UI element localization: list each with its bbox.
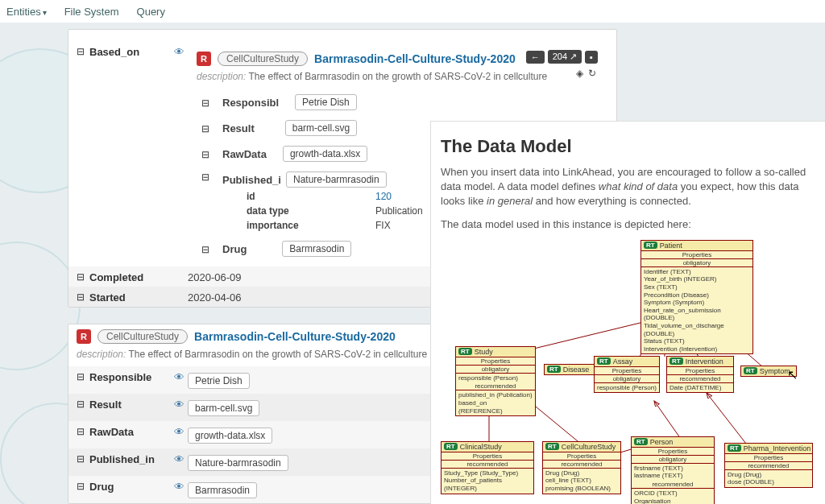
prop-published-label: Published_i	[214, 172, 281, 188]
prop-started-label: Started	[89, 290, 170, 304]
diagram-entity-clinical: RTClinicalStudy Properties recommended S…	[441, 441, 534, 494]
prop-value-chip[interactable]: barm-cell.svg	[188, 400, 259, 416]
desc-label: description:	[197, 71, 246, 82]
eye-icon[interactable]: 👁	[170, 370, 188, 383]
chip-responsible[interactable]: Petrie Dish	[295, 94, 357, 110]
entity-name-link[interactable]: Barmrasodin-Cell-Culture-Study-2020	[194, 330, 396, 343]
prop-responsible-label: Responsibl	[214, 95, 279, 110]
based-on-label: Based_on	[89, 44, 170, 58]
toggle-icon[interactable]: ⊟	[77, 370, 89, 382]
toggle-icon[interactable]: ⊟	[201, 96, 214, 109]
toggle-icon[interactable]: ⊟	[77, 44, 89, 57]
diagram-entity-person: RTPerson Properties obligatory firstname…	[631, 436, 715, 504]
prop-value-chip[interactable]: Barmrasodin	[188, 482, 257, 498]
diagram-entity-assay: RTAssay Properties obligatory responsibl…	[594, 356, 660, 394]
prop-value-chip[interactable]: Petrie Dish	[188, 373, 250, 389]
kv-id-label: id	[247, 191, 375, 202]
eye-icon[interactable]: 👁	[170, 44, 188, 58]
prop-completed-label: Completed	[89, 270, 170, 283]
prop-value-chip[interactable]: Nature-barmrasodin	[188, 455, 288, 471]
menu-file-system[interactable]: File System	[64, 6, 119, 18]
caret-down-icon: ▾	[43, 8, 47, 17]
diagram-entity-disease: RTDisease	[544, 364, 600, 375]
type-pill[interactable]: CellCultureStudy	[97, 329, 188, 344]
toggle-icon[interactable]: ⊟	[201, 242, 214, 255]
entity-name-link[interactable]: Barmrasodin-Cell-Culture-Study-2020	[314, 52, 516, 65]
diagram-entity-pharma: RTPharma_Intervention Properties recomme…	[724, 443, 813, 488]
toggle-icon[interactable]: ⊟	[77, 479, 89, 492]
prop-label: RawData	[89, 424, 170, 438]
prop-label: Drug	[89, 479, 170, 493]
chip-rawdata[interactable]: growth-data.xlsx	[283, 146, 367, 162]
toggle-icon[interactable]: ⊟	[77, 452, 89, 465]
kv-dtype-label: data type	[247, 205, 375, 217]
chip-result[interactable]: barm-cell.svg	[285, 120, 357, 136]
toggle-icon[interactable]: ⊟	[201, 122, 214, 134]
eye-icon[interactable]: 👁	[170, 397, 188, 411]
diagram-entity-intervention: RTIntervention Properties recommended Da…	[666, 356, 734, 394]
chip-published[interactable]: Nature-barmrasodin	[286, 171, 387, 188]
bookmark-icon[interactable]: ◈	[576, 68, 583, 79]
toggle-icon[interactable]: ⊟	[201, 170, 214, 183]
eye-icon[interactable]: 👁	[170, 452, 188, 465]
kv-imp-label: importance	[247, 220, 375, 231]
prop-drug-label: Drug	[214, 242, 247, 257]
kv-imp-value: FIX	[375, 220, 391, 231]
data-model-diagram: RTPatient Properties obligatory Identifi…	[441, 240, 817, 504]
kv-id-value[interactable]: 120	[375, 191, 392, 202]
diagram-entity-cellculture: RTCellCultureStudy Properties recommende…	[542, 441, 621, 494]
desc-text: The effect of Barmrasodin on the growth …	[129, 349, 428, 360]
toggle-icon[interactable]: ⊟	[77, 424, 89, 437]
record-badge: R	[197, 52, 211, 66]
back-button[interactable]: ←	[526, 51, 545, 64]
svg-line-4	[654, 401, 682, 441]
toggle-icon[interactable]: ⊟	[77, 397, 89, 410]
desc-label: description:	[77, 349, 126, 360]
link-count-button[interactable]: 204 ↗	[548, 50, 582, 64]
eye-icon[interactable]: 👁	[170, 424, 188, 438]
top-menu-bar: Entities▾ File System Query	[0, 0, 825, 23]
prop-label: Published_in	[89, 452, 170, 465]
diagram-entity-patient: RTPatient Properties obligatory Identifi…	[641, 240, 753, 355]
toggle-icon[interactable]: ⊟	[77, 270, 89, 283]
comment-button[interactable]: ▪	[585, 51, 598, 64]
menu-entities[interactable]: Entities▾	[6, 6, 47, 18]
data-model-panel: The Data Model When you insert data into…	[430, 121, 825, 504]
prop-label: Result	[89, 397, 170, 411]
kv-dtype-value: Publication	[375, 205, 423, 217]
prop-result-label: Result	[214, 121, 255, 136]
menu-query[interactable]: Query	[137, 6, 165, 18]
panel-title: The Data Model	[441, 136, 817, 157]
svg-line-2	[517, 320, 650, 353]
chip-drug[interactable]: Barmrasodin	[282, 241, 351, 257]
prop-value-chip[interactable]: growth-data.xlsx	[188, 428, 272, 444]
desc-text: The effect of Barmrasodin on the growth …	[249, 71, 548, 82]
diagram-entity-study: RTStudy Properties obligatory responsibl…	[455, 346, 536, 416]
type-pill[interactable]: CellCultureStudy	[218, 52, 308, 66]
prop-label: Responsible	[89, 370, 170, 383]
toggle-icon[interactable]: ⊟	[77, 290, 89, 303]
prop-rawdata-label: RawData	[214, 147, 267, 162]
record-badge: R	[77, 329, 91, 344]
history-icon[interactable]: ↻	[588, 68, 596, 79]
mouse-cursor-icon: ↖	[787, 367, 798, 382]
panel-paragraph-1: When you insert data into LinkAhead, you…	[441, 165, 817, 209]
panel-paragraph-2: The data model used in this instance is …	[441, 217, 817, 232]
toggle-icon[interactable]: ⊟	[201, 147, 214, 160]
eye-icon[interactable]: 👁	[170, 479, 188, 493]
